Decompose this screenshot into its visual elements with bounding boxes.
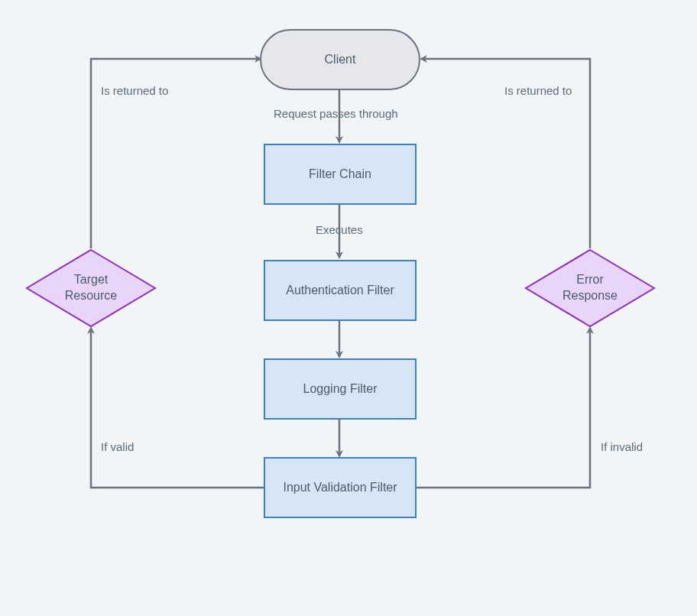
edge-returned-right: Is returned to [504, 84, 572, 97]
node-client: Client [260, 29, 420, 90]
node-error-response-label: Error Response [562, 272, 618, 304]
edge-if-invalid: If invalid [601, 440, 643, 453]
node-error-response: Error Response [524, 248, 656, 328]
node-input-validation-label: Input Validation Filter [283, 479, 397, 496]
node-target-resource: Target Resource [25, 248, 157, 328]
edge-executes: Executes [316, 223, 363, 236]
node-target-resource-label: Target Resource [65, 272, 117, 304]
edge-returned-left: Is returned to [101, 84, 168, 97]
node-auth-filter-label: Authentication Filter [286, 282, 394, 299]
node-logging-filter: Logging Filter [264, 358, 417, 420]
node-filter-chain-label: Filter Chain [309, 166, 371, 183]
node-logging-filter-label: Logging Filter [303, 381, 378, 397]
node-auth-filter: Authentication Filter [264, 260, 417, 321]
edge-request-passes: Request passes through [274, 107, 398, 120]
node-input-validation: Input Validation Filter [264, 457, 417, 518]
node-client-label: Client [325, 51, 356, 68]
edge-if-valid: If valid [101, 440, 134, 453]
node-filter-chain: Filter Chain [264, 144, 417, 205]
